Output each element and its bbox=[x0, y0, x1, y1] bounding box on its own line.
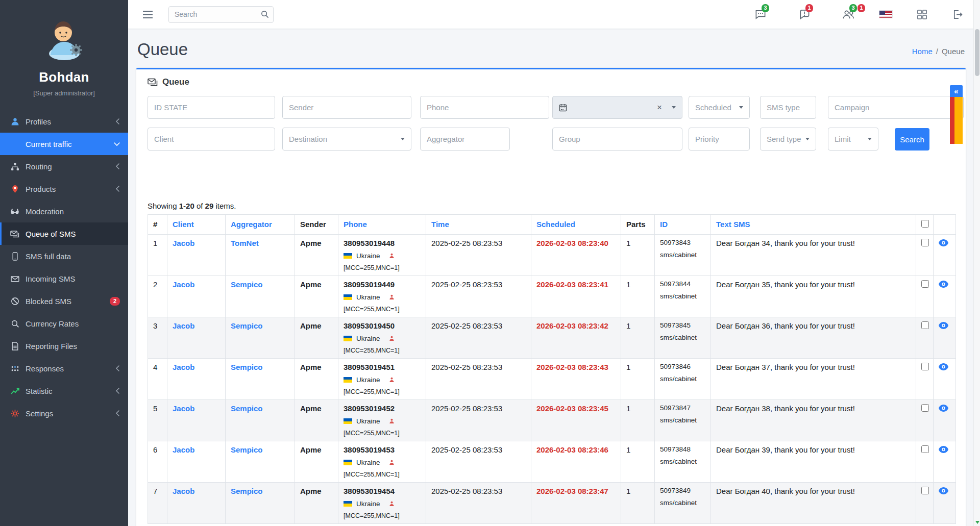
column-header-phone[interactable]: Phone bbox=[338, 215, 426, 235]
filter-group-input[interactable] bbox=[552, 128, 682, 151]
support-chat-button[interactable]: 3 bbox=[754, 9, 767, 20]
clear-icon[interactable]: × bbox=[657, 103, 662, 112]
view-eye-icon[interactable] bbox=[939, 281, 948, 288]
sidebar-item-routing[interactable]: Routing bbox=[0, 155, 128, 178]
sidebar-item-moderation[interactable]: Moderation bbox=[0, 200, 128, 222]
aggregator-link[interactable]: Sempico bbox=[231, 363, 263, 371]
sidebar-item-currency-rates[interactable]: Currency Rates bbox=[0, 312, 128, 335]
sidebar-item-incoming-sms[interactable]: Incoming SMS bbox=[0, 267, 128, 290]
client-link[interactable]: Jacob bbox=[173, 487, 194, 495]
view-eye-icon[interactable] bbox=[939, 322, 948, 329]
sms-text: Dear Богдан 38, thank you for your trust… bbox=[711, 400, 916, 441]
filter-aggregator-input[interactable] bbox=[420, 128, 510, 151]
row-checkbox[interactable] bbox=[921, 239, 929, 246]
column-header-aggregator[interactable]: Aggregator bbox=[226, 215, 295, 235]
operator-icon[interactable] bbox=[389, 377, 395, 383]
row-checkbox[interactable] bbox=[921, 445, 929, 453]
view-eye-icon[interactable] bbox=[939, 363, 948, 370]
sidebar-item-label: Incoming SMS bbox=[26, 274, 76, 283]
row-checkbox[interactable] bbox=[921, 321, 929, 329]
client-link[interactable]: Jacob bbox=[173, 445, 194, 454]
aggregator-link[interactable]: TomNet bbox=[231, 239, 259, 247]
operator-icon[interactable] bbox=[389, 501, 395, 507]
chevrons-left-icon[interactable]: « bbox=[950, 85, 963, 97]
scrollbar-thumb[interactable] bbox=[975, 29, 979, 76]
sender-value: Apme bbox=[295, 441, 338, 483]
operator-icon[interactable] bbox=[389, 418, 395, 424]
id-note: sms/cabinet bbox=[660, 458, 705, 465]
filter-send-type-select[interactable]: Send type bbox=[760, 128, 816, 151]
language-flag-button[interactable] bbox=[879, 11, 892, 18]
scrollbar[interactable] bbox=[973, 0, 980, 526]
operator-icon[interactable] bbox=[389, 460, 395, 465]
column-header-text-sms[interactable]: Text SMS bbox=[711, 215, 916, 235]
filter-limit-select[interactable]: Limit bbox=[828, 128, 878, 151]
apps-grid-button[interactable] bbox=[917, 9, 927, 20]
row-checkbox[interactable] bbox=[921, 404, 929, 412]
client-link[interactable]: Jacob bbox=[173, 280, 194, 289]
sidebar-item-blocked-sms[interactable]: Blocked SMS2 bbox=[0, 290, 128, 312]
online-users-button[interactable]: 31 bbox=[842, 9, 855, 20]
sidebar-item-products[interactable]: Products bbox=[0, 178, 128, 200]
search-input[interactable] bbox=[168, 6, 274, 23]
column-header-id[interactable]: ID bbox=[655, 215, 711, 235]
sidebar-item-reporting-files[interactable]: Reporting Files bbox=[0, 335, 128, 357]
filter-sender-input[interactable] bbox=[282, 96, 411, 119]
view-eye-icon[interactable] bbox=[939, 446, 948, 453]
chevron-down-icon bbox=[868, 138, 872, 140]
sidebar-item-responses[interactable]: Responses bbox=[0, 357, 128, 380]
theme-strip-toggle[interactable] bbox=[950, 97, 963, 144]
operator-icon[interactable] bbox=[389, 336, 395, 341]
aggregator-link[interactable]: Sempico bbox=[231, 280, 263, 289]
view-eye-icon[interactable] bbox=[939, 239, 948, 246]
operator-icon[interactable] bbox=[389, 294, 395, 300]
country-name: Ukraine bbox=[356, 293, 380, 301]
column-header-scheduled[interactable]: Scheduled bbox=[531, 215, 621, 235]
sms-text: Dear Богдан 36, thank you for your trust… bbox=[711, 317, 916, 359]
breadcrumb-home-link[interactable]: Home bbox=[912, 47, 933, 56]
sidebar-item-label: Settings bbox=[26, 409, 53, 418]
filter-priority-input[interactable] bbox=[689, 128, 750, 151]
sidebar-item-current-traffic[interactable]: Current traffic bbox=[0, 133, 128, 155]
search-button[interactable]: Search bbox=[895, 128, 929, 151]
aggregator-link[interactable]: Sempico bbox=[231, 487, 263, 495]
sidebar-item-statistic[interactable]: Statistic bbox=[0, 380, 128, 402]
hamburger-menu-button[interactable] bbox=[140, 8, 155, 21]
sidebar-item-profiles[interactable]: Profiles bbox=[0, 110, 128, 133]
aggregator-link[interactable]: Sempico bbox=[231, 321, 263, 330]
aggregator-link[interactable]: Sempico bbox=[231, 445, 263, 454]
filter-date-picker[interactable]: × bbox=[552, 96, 682, 119]
view-eye-icon[interactable] bbox=[939, 405, 948, 412]
row-checkbox[interactable] bbox=[921, 280, 929, 288]
message-id: 50973848 bbox=[660, 445, 705, 453]
aggregator-link[interactable]: Sempico bbox=[231, 404, 263, 413]
client-link[interactable]: Jacob bbox=[173, 321, 194, 330]
filter-scheduled-select[interactable]: Scheduled bbox=[689, 96, 750, 119]
client-link[interactable]: Jacob bbox=[173, 363, 194, 371]
operator-icon[interactable] bbox=[389, 253, 395, 259]
sidebar-item-settings[interactable]: Settings bbox=[0, 402, 128, 424]
row-checkbox[interactable] bbox=[921, 487, 929, 494]
filter-client-input[interactable] bbox=[148, 128, 275, 151]
scrollbar-down-arrow[interactable] bbox=[975, 521, 979, 524]
column-header-client[interactable]: Client bbox=[167, 215, 226, 235]
filter-phone-input[interactable] bbox=[420, 96, 549, 119]
client-link[interactable]: Jacob bbox=[173, 239, 194, 247]
column-header-time[interactable]: Time bbox=[426, 215, 531, 235]
client-link[interactable]: Jacob bbox=[173, 404, 194, 413]
view-eye-icon[interactable] bbox=[939, 487, 948, 494]
filter-sms-type-input[interactable] bbox=[760, 96, 816, 119]
phone-number: 380953019450 bbox=[344, 321, 421, 330]
filter-campaign-select[interactable]: Campaign bbox=[828, 96, 964, 119]
filter-destination-select[interactable]: Destination bbox=[282, 128, 411, 151]
search-icon[interactable] bbox=[261, 10, 269, 18]
logout-button[interactable] bbox=[952, 9, 963, 20]
sidebar-item-sms-full-data[interactable]: SMS full data bbox=[0, 245, 128, 267]
select-all-checkbox[interactable] bbox=[921, 220, 929, 228]
avatar[interactable] bbox=[0, 0, 128, 63]
responses-icon bbox=[10, 364, 20, 373]
filter-id-state-input[interactable] bbox=[148, 96, 275, 119]
sidebar-item-queue-of-sms[interactable]: Queue of SMS bbox=[0, 222, 128, 245]
alert-chat-button[interactable]: 1 bbox=[798, 9, 811, 20]
row-checkbox[interactable] bbox=[921, 363, 929, 370]
